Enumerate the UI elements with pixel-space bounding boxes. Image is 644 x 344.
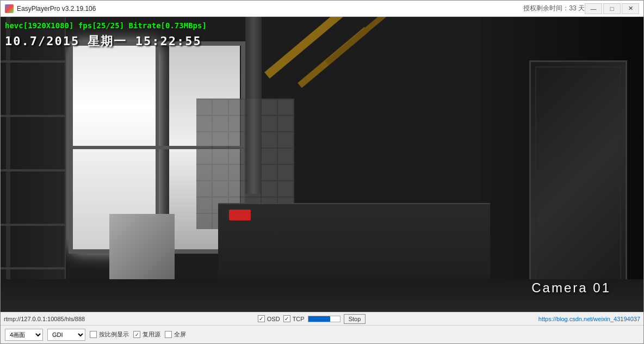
cables <box>245 17 262 194</box>
app-icon <box>5 4 14 13</box>
reuse-group: 复用源 <box>133 330 160 339</box>
door-right <box>529 60 627 300</box>
stream-url: rtmp://127.0.0.1:10085/hls/888 <box>4 316 85 322</box>
reuse-checkbox[interactable] <box>133 331 140 338</box>
layout-select[interactable]: 4画面 1画面 9画面 16画面 <box>5 329 43 341</box>
shelf-bar-3 <box>1 169 65 171</box>
toolbar: 4画面 1画面 9画面 16画面 GDI D3D OpenGL 按比例显示 复用… <box>1 325 643 343</box>
aspect-ratio-label: 按比例显示 <box>99 330 129 339</box>
aspect-ratio-group: 按比例显示 <box>90 330 129 339</box>
osd-checkbox-group: OSD <box>258 315 280 322</box>
tcp-label: TCP <box>293 316 305 322</box>
title-bar: EasyPlayerPro v3.2.19.106 授权剩余时间：33 天 — … <box>1 1 643 17</box>
fullscreen-label: 全屏 <box>174 330 186 339</box>
stop-button[interactable]: Stop <box>344 314 366 324</box>
video-area: hevc[1920X1080] fps[25/25] Bitrate[0.73M… <box>1 17 643 312</box>
close-button[interactable]: ✕ <box>622 3 639 14</box>
renderer-select[interactable]: GDI D3D OpenGL <box>47 329 85 341</box>
main-window: EasyPlayerPro v3.2.19.106 授权剩余时间：33 天 — … <box>0 0 644 344</box>
app-title: EasyPlayerPro v3.2.19.106 <box>17 5 517 13</box>
camera-scene <box>1 17 643 312</box>
window-controls: — □ ✕ <box>585 3 639 14</box>
osd-label: OSD <box>267 316 280 322</box>
bitrate-progress <box>308 316 340 322</box>
tcp-checkbox-group: TCP <box>283 315 305 322</box>
status-bar: rtmp://127.0.0.1:10085/hls/888 OSD TCP S… <box>1 312 643 325</box>
maximize-button[interactable]: □ <box>603 3 621 14</box>
shelf-bar-4 <box>1 224 65 226</box>
shelf-bar-5 <box>1 267 65 269</box>
aspect-ratio-checkbox[interactable] <box>90 331 97 338</box>
shelf-bar-2 <box>1 115 65 117</box>
csdn-link[interactable]: https://blog.csdn.net/weixin_43194037 <box>538 316 640 322</box>
fullscreen-group: 全屏 <box>165 330 186 339</box>
fullscreen-checkbox[interactable] <box>165 331 172 338</box>
floor <box>1 279 643 312</box>
minimize-button[interactable]: — <box>585 3 602 14</box>
bitrate-progress-fill <box>308 316 331 322</box>
box-center <box>109 214 175 279</box>
tcp-checkbox[interactable] <box>283 315 290 322</box>
license-text: 授权剩余时间：33 天 <box>523 4 585 13</box>
shelf-bar-1 <box>1 60 65 63</box>
shelf-left <box>1 17 66 312</box>
osd-checkbox[interactable] <box>258 315 265 322</box>
reuse-label: 复用源 <box>143 330 160 339</box>
